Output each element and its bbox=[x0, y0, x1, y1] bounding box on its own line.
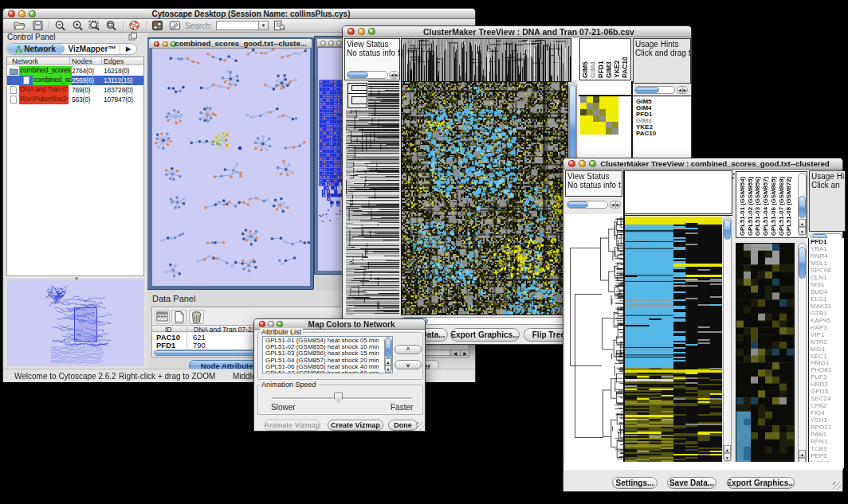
tv1-column-dendrogram[interactable] bbox=[401, 38, 571, 82]
minimize-button[interactable] bbox=[163, 41, 168, 47]
scroll-down-button[interactable]: ▼ bbox=[799, 227, 806, 235]
tv2-settings-button[interactable]: Settings... bbox=[612, 477, 658, 489]
attribute-list-scrollbar[interactable]: ▲ ▼ bbox=[384, 337, 392, 373]
tv1-row-dendrogram[interactable] bbox=[344, 81, 399, 315]
tv2-label-scroll-arrows[interactable]: ◂▸ bbox=[732, 172, 735, 180]
delete-attribute-icon[interactable] bbox=[189, 310, 204, 324]
network-row-combined-sco-selected[interactable]: combined_sco 2569(6) 13112(15) bbox=[7, 76, 143, 85]
network-row-dna-tran[interactable]: DNA and Tran 07 769(0) 183728(0) bbox=[7, 85, 143, 95]
open-file-icon[interactable] bbox=[14, 20, 26, 31]
network-row-combined-scores[interactable]: combined_scores_ 2764(0) 16218(0) bbox=[7, 66, 143, 76]
network-row-dna-tran-part[interactable]: 769(0) bbox=[72, 86, 90, 94]
tv1-vscroll-thumb[interactable] bbox=[569, 84, 576, 169]
network-row-rnapubernov[interactable]: RNAPuberNov2+ 563(0) 107847(0) bbox=[7, 95, 143, 104]
tv1-zoom-slider-arrows[interactable]: ◀▶ bbox=[677, 86, 688, 94]
tv2-global-heatmap[interactable] bbox=[625, 217, 722, 462]
zoom-selected-icon[interactable] bbox=[88, 20, 100, 31]
network-row-rnapubernov-part[interactable]: 107847(0) bbox=[104, 96, 133, 104]
scroll-up-button[interactable]: ▲ bbox=[799, 219, 806, 227]
network-row-rnapubernov-part[interactable]: RNAPuberNov2+ bbox=[19, 95, 69, 104]
minimap-viewport-rect[interactable] bbox=[74, 307, 97, 342]
tv2-save-data-button[interactable]: Save Data... bbox=[667, 477, 716, 489]
attribute-list-item[interactable]: GPL51-04 (GSM857) heat shock 20 min bbox=[263, 357, 392, 363]
animate-vizmap-button[interactable]: Animate Vizmap bbox=[264, 420, 320, 431]
minimize-button[interactable] bbox=[268, 321, 274, 327]
close-button[interactable] bbox=[154, 41, 159, 47]
scroll-up-button[interactable]: ▲ bbox=[724, 445, 731, 453]
minimize-button[interactable] bbox=[579, 160, 586, 167]
network-row-combined-scores-part[interactable]: combined_scores_ bbox=[19, 66, 72, 76]
search-dropdown-arrow[interactable]: ▼ bbox=[258, 21, 268, 29]
tab-vizmapper-part[interactable]: VizMapper™ bbox=[69, 45, 116, 53]
close-button[interactable] bbox=[347, 28, 355, 35]
attribute-list-item[interactable]: GPL51-01 (GSM854) heat shock 05 min bbox=[263, 337, 392, 343]
tv2-zoomheat-scroll-thumb[interactable] bbox=[799, 247, 806, 279]
network-row-rnapubernov-part[interactable]: 563(0) bbox=[72, 96, 90, 104]
create-vizmap-button-part[interactable]: Create Vizmap bbox=[331, 421, 380, 429]
search-input[interactable]: ▼ bbox=[216, 21, 269, 30]
move-down-button[interactable]: v bbox=[395, 360, 422, 369]
move-down-button-part[interactable]: v bbox=[406, 361, 410, 369]
move-up-button-part[interactable]: ^ bbox=[406, 346, 410, 354]
minimize-button[interactable] bbox=[328, 41, 334, 46]
scroll-right-button[interactable]: ▶ bbox=[394, 71, 399, 79]
tv2-column-dendrogram-area[interactable] bbox=[624, 170, 732, 214]
tv2-zoomheat-scrollbar[interactable]: ▲ ▼ bbox=[798, 243, 807, 467]
close-button[interactable] bbox=[568, 160, 575, 167]
attribute-select-icon[interactable] bbox=[155, 310, 170, 324]
tv2-row-dendrogram[interactable] bbox=[565, 214, 623, 465]
tv1-export-graphics-button[interactable]: Export Graphics... bbox=[450, 328, 520, 342]
zoom-fit-icon[interactable] bbox=[105, 20, 117, 31]
done-button-part[interactable]: Done bbox=[394, 421, 412, 429]
dialog-resize-grip[interactable] bbox=[416, 422, 424, 430]
tv1-export-graphics-button-part[interactable]: Export Graphics... bbox=[450, 330, 519, 339]
tv2-zoom-heatmap[interactable] bbox=[736, 243, 795, 468]
tv2-export-graphics-button[interactable]: Export Graphics... bbox=[727, 477, 795, 489]
tv2-vscrollbar[interactable]: ▲ ▼ bbox=[723, 217, 732, 462]
scroll-right-button[interactable]: ▶ bbox=[615, 201, 621, 209]
scroll-right-button[interactable]: ▶ bbox=[682, 86, 688, 94]
new-attribute-icon-part[interactable] bbox=[172, 311, 186, 323]
scroll-left-button[interactable]: ◀ bbox=[450, 350, 460, 356]
tv2-collabel-scroll-thumb[interactable] bbox=[799, 196, 806, 218]
resize-grip[interactable] bbox=[833, 482, 841, 490]
close-button[interactable] bbox=[8, 10, 15, 18]
attribute-list-scroll-thumb[interactable] bbox=[385, 338, 391, 358]
close-button[interactable] bbox=[259, 321, 265, 327]
scroll-down-button[interactable]: ▼ bbox=[385, 365, 391, 373]
tv2-save-data-button-part[interactable]: Save Data... bbox=[669, 479, 714, 487]
help-lifesaver-icon[interactable] bbox=[128, 20, 140, 31]
data-row-pfd1-part[interactable]: 790 bbox=[193, 341, 206, 350]
scroll-up-button[interactable]: ▲ bbox=[385, 358, 391, 365]
attribute-list-item[interactable]: GPL51-07 (GSM868) heat shock 60 min bbox=[263, 369, 392, 373]
network-row-dna-tran-part[interactable]: 183728(0) bbox=[104, 86, 133, 94]
close-button[interactable] bbox=[320, 41, 326, 46]
treeview2-titlebar[interactable]: ClusterMaker TreeView : combined_scores_… bbox=[563, 158, 842, 170]
tv2-export-graphics-button-part[interactable]: Export Graphics... bbox=[727, 479, 795, 487]
tab-network[interactable]: Network bbox=[7, 44, 65, 54]
child1-titlebar[interactable]: combined_scores_good.txt--cluste... bbox=[149, 39, 312, 49]
scroll-right-button[interactable]: ▶ bbox=[460, 350, 470, 356]
network-table-header[interactable]: Network Nodes Edges bbox=[7, 57, 143, 65]
tab-more-arrow-part[interactable]: ▶ bbox=[126, 45, 131, 53]
delete-attribute-icon-part[interactable] bbox=[190, 311, 203, 323]
tv2-status-slider-thumb[interactable] bbox=[567, 201, 588, 208]
zoom-in-icon[interactable] bbox=[72, 20, 84, 31]
vizmap-editor-icon[interactable] bbox=[169, 20, 181, 31]
tv1-zoom-slider-thumb[interactable] bbox=[635, 87, 659, 93]
attribute-list-item[interactable]: GPL51-02 (GSM855) heat shock 10 min bbox=[263, 343, 392, 350]
minimize-button[interactable] bbox=[358, 28, 365, 35]
zoom-out-icon[interactable] bbox=[54, 20, 66, 31]
col-edges[interactable]: Edges bbox=[104, 57, 124, 65]
tab-vizmapper[interactable]: VizMapper™ bbox=[65, 44, 120, 54]
attribute-list[interactable]: GPL51-01 (GSM854) heat shock 05 minGPL51… bbox=[262, 336, 393, 373]
col-network[interactable]: Network bbox=[12, 57, 38, 65]
attribute-list-item[interactable]: GPL51-06 (GSM865) heat shock 40 min bbox=[263, 363, 392, 369]
network-view-window-1[interactable]: combined_scores_good.txt--cluste... bbox=[147, 37, 314, 290]
move-up-button[interactable]: ^ bbox=[395, 345, 422, 354]
search-options-icon[interactable] bbox=[273, 20, 285, 31]
child1-canvas[interactable] bbox=[152, 49, 310, 286]
treeview1-titlebar[interactable]: ClusterMaker TreeView : DNA and Tran 07-… bbox=[343, 26, 691, 37]
main-titlebar[interactable]: Cytoscape Desktop (Session Name: collins… bbox=[3, 9, 475, 19]
attribute-list-item[interactable]: GPL51-03 (GSM856) heat shock 15 min bbox=[263, 350, 392, 356]
